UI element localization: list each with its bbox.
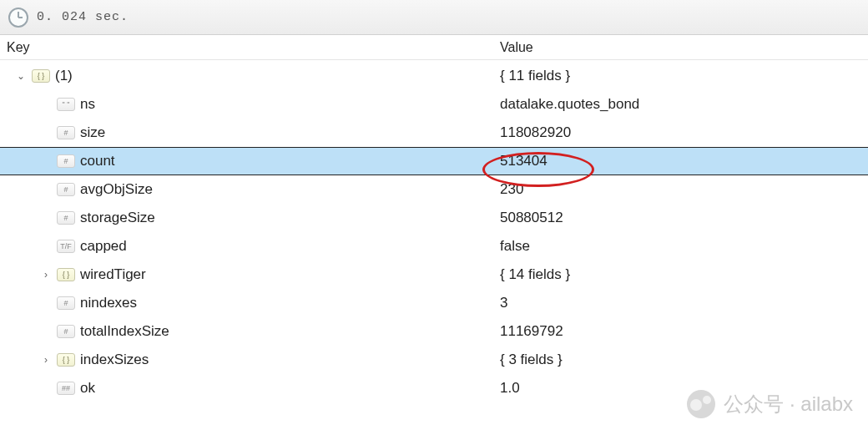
row-key: count <box>80 153 115 169</box>
num-type-icon: # <box>57 183 75 196</box>
header-value[interactable]: Value <box>497 40 868 55</box>
row-key: capped <box>80 238 127 255</box>
tree-row[interactable]: #storageSize50880512 <box>0 204 868 232</box>
tree-row[interactable]: #size118082920 <box>0 119 868 147</box>
chevron-right-icon[interactable]: › <box>40 354 52 366</box>
tree-row[interactable]: #count513404 <box>0 147 868 175</box>
row-value: { 11 fields } <box>497 68 868 84</box>
row-value: { 3 fields } <box>497 352 868 368</box>
clock-icon <box>8 8 28 28</box>
chevron-down-icon[interactable]: ⌄ <box>15 70 27 82</box>
tree-row[interactable]: #totalIndexSize11169792 <box>0 317 868 346</box>
results-tree[interactable]: ⌄{ }(1){ 11 fields }" "nsdatalake.quotes… <box>0 60 868 402</box>
tree-row[interactable]: ##ok1.0 <box>0 374 868 402</box>
row-key: storageSize <box>80 210 155 226</box>
status-toolbar: 0. 024 sec. <box>0 0 868 35</box>
tree-row[interactable]: #avgObjSize230 <box>0 175 868 204</box>
tree-row[interactable]: T/Fcappedfalse <box>0 232 868 261</box>
str-type-icon: " " <box>57 98 75 111</box>
row-value: 513404 <box>497 153 868 169</box>
row-value: 1.0 <box>497 380 868 397</box>
bool-type-icon: T/F <box>57 240 75 253</box>
row-key: totalIndexSize <box>80 323 169 340</box>
row-key: wiredTiger <box>80 266 146 283</box>
columns-header: Key Value <box>0 35 868 60</box>
obj-type-icon: { } <box>57 268 75 281</box>
row-key: nindexes <box>80 295 137 311</box>
row-key: ok <box>80 380 95 397</box>
row-value: 11169792 <box>497 323 868 340</box>
row-key: size <box>80 124 105 141</box>
num-type-icon: # <box>57 154 75 168</box>
execution-time: 0. 024 sec. <box>37 10 129 24</box>
tree-row[interactable]: ⌄{ }(1){ 11 fields } <box>0 62 868 90</box>
row-value: 230 <box>497 181 868 198</box>
num-type-icon: # <box>57 325 75 338</box>
row-key: avgObjSize <box>80 181 153 198</box>
num-type-icon: # <box>57 126 75 139</box>
chevron-right-icon[interactable]: › <box>40 269 52 281</box>
num-type-icon: # <box>57 211 75 225</box>
row-value: 50880512 <box>497 210 868 226</box>
row-value: false <box>497 238 868 255</box>
row-key: (1) <box>55 68 73 84</box>
tree-row[interactable]: " "nsdatalake.quotes_bond <box>0 90 868 119</box>
header-key[interactable]: Key <box>0 40 497 55</box>
row-key: ns <box>80 96 95 113</box>
row-value: 118082920 <box>497 124 868 141</box>
tree-row[interactable]: ›{ }indexSizes{ 3 fields } <box>0 346 868 374</box>
dbl-type-icon: ## <box>57 382 75 395</box>
tree-row[interactable]: #nindexes3 <box>0 289 868 317</box>
tree-row[interactable]: ›{ }wiredTiger{ 14 fields } <box>0 261 868 289</box>
obj-type-icon: { } <box>32 69 50 83</box>
row-key: indexSizes <box>80 352 149 368</box>
obj-type-icon: { } <box>57 353 75 367</box>
row-value: datalake.quotes_bond <box>497 96 868 113</box>
row-value: 3 <box>497 295 868 311</box>
num-type-icon: # <box>57 296 75 310</box>
row-value: { 14 fields } <box>497 266 868 283</box>
